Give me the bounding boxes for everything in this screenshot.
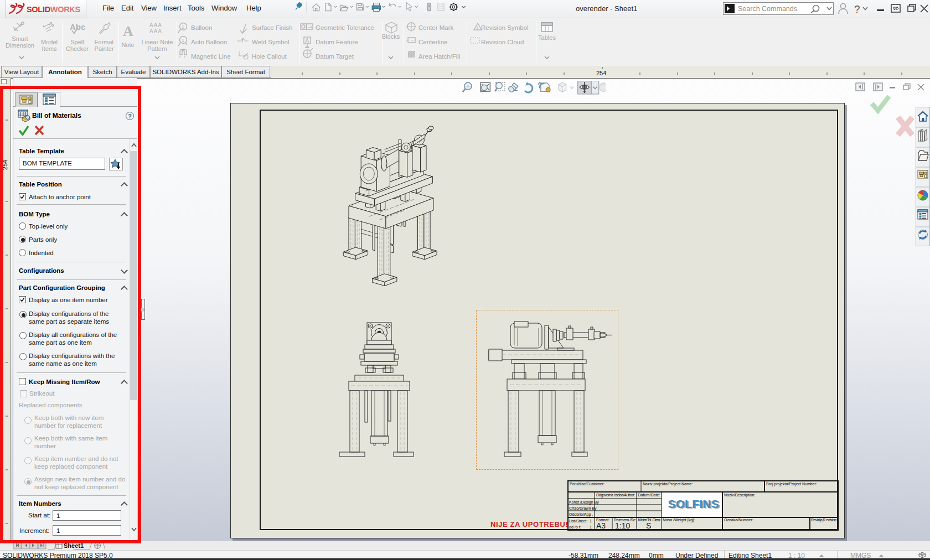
svg-text:1: 1 (590, 519, 592, 523)
svg-text:AAA: AAA (149, 28, 162, 34)
svg-text:1: 1 (182, 24, 184, 30)
svg-text:SOLFINS: SOLFINS (668, 497, 719, 510)
svg-text:Revizija,R evision:: Revizija,R evision: (811, 518, 837, 522)
svg-text:S: S (646, 521, 651, 530)
svg-text:List/Sheet:: List/Sheet: (569, 519, 587, 523)
svg-text:A3: A3 (596, 521, 606, 530)
svg-text:1:10: 1:10 (615, 521, 630, 530)
svg-text:Odgovorna osoba/Author:: Odgovorna osoba/Author: (596, 493, 635, 497)
svg-text:A: A (123, 23, 133, 39)
svg-text:Poručilac/Customer:: Poručilac/Customer: (570, 482, 604, 486)
svg-text:Search Commands: Search Commands (738, 5, 797, 13)
svg-text:1: 1 (590, 525, 592, 529)
svg-text:Konst./Design By: Konst./Design By (569, 500, 599, 505)
svg-text:?: ? (854, 3, 860, 15)
svg-text:AAA: AAA (149, 22, 162, 28)
svg-text:Masa /Weight [kg]:: Masa /Weight [kg]: (663, 518, 695, 522)
svg-text:A: A (306, 38, 309, 44)
svg-text:Naziv/Description:: Naziv/Description: (724, 493, 755, 497)
svg-text:Oznaka/Number:: Oznaka/Number: (724, 518, 753, 522)
svg-text:254: 254 (596, 70, 606, 76)
svg-text:Naziv projekta/Project Name:: Naziv projekta/Project Name: (643, 482, 693, 486)
svg-text:Datum/Date:: Datum/Date: (638, 493, 660, 497)
svg-text:Odobrio/App .: Odobrio/App . (569, 512, 593, 517)
svg-text:Abc: Abc (70, 22, 85, 32)
svg-text:od /o f:: od /o f: (569, 525, 581, 529)
svg-text:1: 1 (476, 25, 479, 30)
svg-text:1: 1 (182, 38, 184, 43)
svg-text:SOLIDWORKS: SOLIDWORKS (27, 5, 81, 14)
svg-text:Broj projekta/Project Number:: Broj projekta/Project Number: (766, 482, 817, 486)
svg-text:Crtao/Drawn By: Crtao/Drawn By (569, 506, 597, 511)
